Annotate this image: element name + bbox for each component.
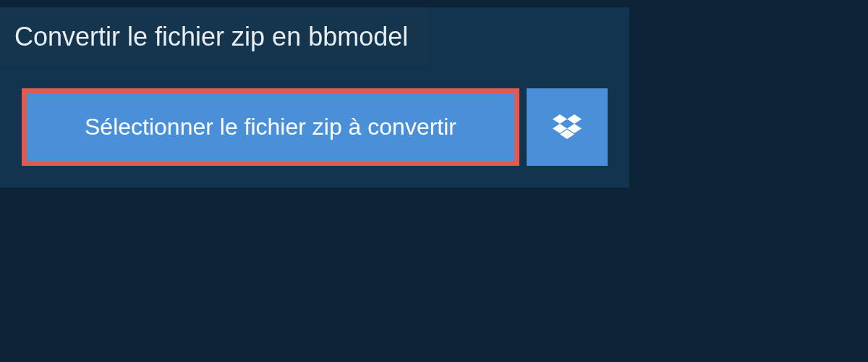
converter-panel: Convertir le fichier zip en bbmodel Séle…: [0, 7, 629, 188]
page-title-text: Convertir le fichier zip en bbmodel: [14, 22, 408, 51]
dropbox-icon: [553, 114, 582, 140]
select-file-label: Sélectionner le fichier zip à convertir: [85, 114, 456, 140]
page-title: Convertir le fichier zip en bbmodel: [0, 7, 428, 67]
select-file-button[interactable]: Sélectionner le fichier zip à convertir: [22, 88, 519, 166]
dropbox-button[interactable]: [527, 88, 608, 166]
action-row: Sélectionner le fichier zip à convertir: [0, 67, 629, 188]
